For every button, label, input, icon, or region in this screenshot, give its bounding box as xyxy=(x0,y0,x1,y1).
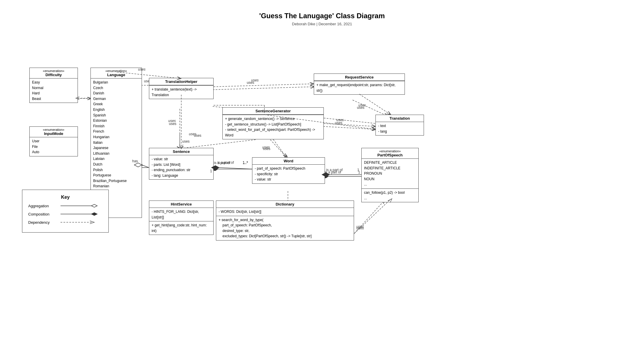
hintservice-methods: + get_hint(lang_code:str, hint_num: int) xyxy=(149,221,213,235)
translationhelper-methods: + translate_sentence(text) -> Translatio… xyxy=(149,85,213,99)
svg-text:uses: uses xyxy=(168,119,176,123)
svg-line-48 xyxy=(142,165,149,168)
svg-text:is a part of: is a part of xyxy=(325,170,341,174)
hintservice-fields: - HINTS_FOR_LANG: Dict[str, List[str]] xyxy=(149,208,213,221)
page-subtitle: Deborah Dike | December 16, 2021 xyxy=(0,22,644,26)
svg-line-23 xyxy=(323,126,376,129)
svg-text:is a part of: is a part of xyxy=(214,161,231,165)
svg-text:uses: uses xyxy=(182,139,189,143)
svg-text:uses: uses xyxy=(356,225,364,229)
translation-name: Translation xyxy=(378,116,421,121)
hintservice-class: HintService - HINTS_FOR_LANG: Dict[str, … xyxy=(149,201,214,235)
dictionary-class: Dictionary - WORDS: Dict[str, List[str]]… xyxy=(216,201,354,241)
translation-class: Translation - text- lang xyxy=(375,115,424,136)
svg-line-63 xyxy=(354,200,390,234)
translation-fields: - text- lang xyxy=(376,122,424,135)
partofspeech-class: «enumeration» PartOfSpeech DEFINITE_ARTI… xyxy=(361,148,419,202)
svg-text:uses: uses xyxy=(247,81,254,85)
dictionary-fields: - WORDS: Dict[str, List[str]] xyxy=(216,208,354,216)
svg-text:1..*: 1..* xyxy=(243,161,248,165)
sentencegenerator-methods: + generate_random_sentence() -> Sentence… xyxy=(223,115,323,139)
svg-marker-33 xyxy=(91,204,97,207)
partofspeech-stereotype: «enumeration» xyxy=(364,149,416,153)
key-dependency-label: Dependency xyxy=(28,220,61,225)
word-class: Word - part_of_speech: PartOfSpeech - sp… xyxy=(252,157,325,184)
word-fields: - part_of_speech: PartOfSpeech - specifi… xyxy=(252,165,325,183)
key-composition-label: Composition xyxy=(28,212,61,216)
sentencegenerator-class: SentenceGenerator + generate_random_sent… xyxy=(222,107,324,139)
key-title: Key xyxy=(28,195,103,200)
difficulty-stereotype: «enumeration» xyxy=(32,69,75,73)
svg-text:uses: uses xyxy=(357,106,364,110)
partofspeech-methods: can_follow(p1, p2) -> bool... xyxy=(362,188,418,202)
requestservice-class: RequestService + make_get_request(endpoi… xyxy=(314,74,405,95)
word-name: Word xyxy=(255,159,322,163)
svg-text:uses: uses xyxy=(335,121,342,125)
svg-text:uses: uses xyxy=(189,132,196,136)
svg-line-5 xyxy=(213,87,314,90)
key-dependency-icon xyxy=(61,219,99,225)
key-dependency: Dependency xyxy=(28,219,103,225)
inputmode-stereotype: «enumeration» xyxy=(32,128,75,131)
partofspeech-name: PartOfSpeech xyxy=(364,153,416,157)
difficulty-class: «enumeration» Difficulty EasyNormalHardB… xyxy=(29,68,78,103)
svg-text:uses: uses xyxy=(262,145,270,149)
svg-line-61 xyxy=(324,123,375,126)
page-title: 'Guess The Lanugage' Class Diagram xyxy=(0,0,644,20)
svg-text:1..*: 1..* xyxy=(243,161,248,165)
dictionary-name: Dictionary xyxy=(219,202,351,206)
requestservice-methods: + make_get_request(endpoint:str, params:… xyxy=(314,81,405,94)
svg-text:uses: uses xyxy=(356,226,364,230)
svg-text:uses: uses xyxy=(358,103,366,107)
svg-text:uses: uses xyxy=(194,133,201,138)
svg-line-18 xyxy=(270,140,288,159)
svg-line-40 xyxy=(214,84,314,87)
svg-line-30 xyxy=(180,140,256,148)
svg-text:uses: uses xyxy=(336,118,344,122)
svg-line-45 xyxy=(273,139,286,157)
language-name: Language xyxy=(93,73,139,77)
key-composition-icon xyxy=(61,211,99,217)
difficulty-values: EasyNormalHardBeast xyxy=(30,79,78,103)
svg-line-21 xyxy=(353,100,388,116)
sentence-fields: - value: str - parts: List [Word] - endi… xyxy=(149,155,213,179)
svg-text:uses: uses xyxy=(169,122,176,126)
inputmode-name: InputMode xyxy=(32,131,75,136)
key-aggregation-icon xyxy=(61,203,99,209)
svg-marker-35 xyxy=(91,213,97,216)
sentence-class: Sentence - value: str - parts: List [Wor… xyxy=(149,148,214,180)
partofspeech-values: DEFINITE_ARTICLEINDEFINITE_ARTICLEPRONOU… xyxy=(362,159,418,188)
inputmode-class: «enumeration» InputMode UserFileAuto xyxy=(29,126,78,156)
hintservice-name: HintService xyxy=(152,202,211,206)
requestservice-name: RequestService xyxy=(316,75,402,79)
svg-line-59 xyxy=(359,94,391,115)
key-aggregation: Aggregation xyxy=(28,203,103,209)
key-composition: Composition xyxy=(28,211,103,217)
svg-text:1: 1 xyxy=(358,170,360,174)
key-box: Key Aggregation Composition Dependency xyxy=(22,190,109,233)
key-aggregation-label: Aggregation xyxy=(28,204,61,208)
svg-text:is a part of: is a part of xyxy=(326,168,343,172)
svg-text:is a part of: is a part of xyxy=(217,161,234,165)
translationhelper-name: TranslationHelper xyxy=(152,79,211,84)
svg-text:uses: uses xyxy=(263,147,270,151)
sentence-name: Sentence xyxy=(152,149,211,154)
svg-text:uses: uses xyxy=(251,78,259,82)
dictionary-methods: + search_for_word_by_type( part_of_speec… xyxy=(216,216,354,240)
svg-line-51 xyxy=(219,168,252,169)
svg-line-26 xyxy=(353,200,385,235)
translationhelper-class: TranslationHelper + translate_sentence(t… xyxy=(149,78,214,99)
difficulty-name: Difficulty xyxy=(32,73,75,77)
language-stereotype: «enumeration» xyxy=(93,69,139,73)
sentencegenerator-name: SentenceGenerator xyxy=(225,109,321,113)
inputmode-values: UserFileAuto xyxy=(30,137,78,156)
svg-text:1: 1 xyxy=(357,168,359,172)
